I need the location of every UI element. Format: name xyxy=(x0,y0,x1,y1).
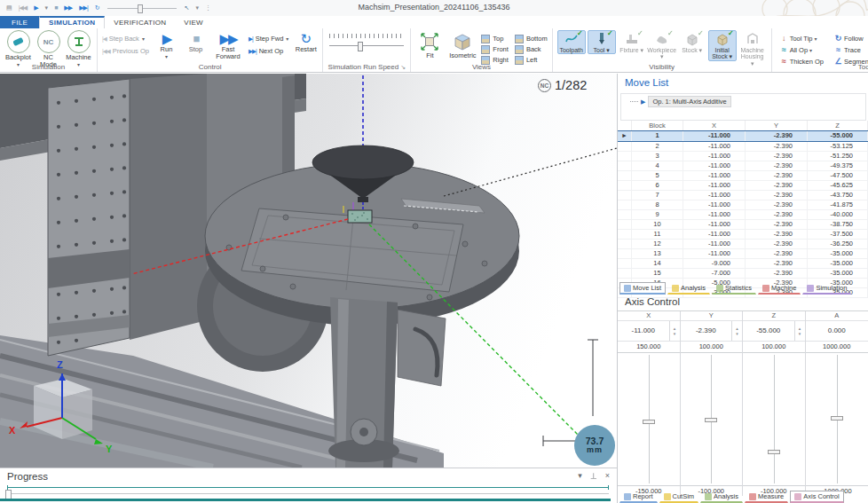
fit-button[interactable]: Fit xyxy=(415,30,444,59)
chevron-down-icon[interactable]: ▾ xyxy=(578,471,582,480)
tab-analysis[interactable]: Analysis xyxy=(700,491,743,503)
toolpath-button[interactable]: ✓Toolpath xyxy=(557,30,586,54)
table-row[interactable]: 4-11.000-2.390-49.375 xyxy=(618,161,868,171)
table-row[interactable]: 5-11.000-2.390-47.500 xyxy=(618,171,868,181)
table-row[interactable]: 11-11.000-2.390-37.500 xyxy=(618,230,868,240)
axis-value-cell[interactable]: -55.000▴▾ xyxy=(743,321,805,342)
table-row[interactable]: 3-11.000-2.390-51.250 xyxy=(618,152,868,161)
button-label: Backplot xyxy=(5,54,31,61)
z-cell: -35.000 xyxy=(808,259,868,268)
group-simulation: Backplot ▾ NC NC Mode ▾ Machine ▾ Simula… xyxy=(0,28,98,72)
initial-stock-button[interactable]: ✓Initial Stock ▾ xyxy=(708,30,737,61)
tab-axis-control[interactable]: Axis Control xyxy=(790,491,843,503)
x-cell: -11.000 xyxy=(683,152,746,161)
axis-value-cell[interactable]: 0.000 xyxy=(806,321,868,342)
row-marker xyxy=(618,161,632,170)
run-speed-slider[interactable] xyxy=(329,45,404,46)
axis-control-title: Axis Control xyxy=(625,296,680,307)
slider-handle[interactable] xyxy=(705,418,717,422)
table-row[interactable]: 6-11.000-2.390-45.625 xyxy=(618,181,868,191)
tab-machine[interactable]: Machine xyxy=(758,282,801,295)
axis-spinner[interactable]: ▴▾ xyxy=(731,321,742,341)
tool-tip-button[interactable]: ↓Tool Tip▾ xyxy=(777,33,827,43)
dialog-launcher-icon[interactable]: ↘ xyxy=(400,64,406,70)
tab-label: Analysis xyxy=(681,284,706,292)
tool-button[interactable]: ✓Tool ▾ xyxy=(588,30,616,54)
progress-slider-track[interactable] xyxy=(7,493,609,494)
view-top-button[interactable]: Top xyxy=(481,34,509,43)
x-cell: -11.000 xyxy=(683,171,746,180)
fixture-button[interactable]: ✓Fixture ▾ xyxy=(618,30,646,54)
step-back-button[interactable]: |◀ Step Back ▾ xyxy=(102,35,149,43)
table-row[interactable]: 2-11.000-2.390-53.125 xyxy=(618,142,868,152)
button-label: Bottom xyxy=(526,35,548,43)
operation-tree-item[interactable]: ▶ Op. 1: Multi-Axis Additive xyxy=(621,94,865,107)
axis-slider[interactable] xyxy=(806,353,868,485)
run-button[interactable]: ▶ Run ▾ xyxy=(154,30,178,59)
slider-handle[interactable] xyxy=(831,416,843,420)
axis-slider[interactable] xyxy=(743,353,805,485)
axis-max: 1000.000 xyxy=(806,342,868,353)
stop-button[interactable]: ■ Stop xyxy=(184,30,208,53)
button-label: Tool ▾ xyxy=(593,47,609,53)
fast-forward-button[interactable]: ▶▶ Fast Forward xyxy=(213,30,243,61)
table-row[interactable]: 8-11.000-2.390-41.875 xyxy=(618,200,868,210)
previous-op-icon: |◀◀ xyxy=(102,48,110,55)
axis-value-cell[interactable]: -2.390▴▾ xyxy=(681,321,743,342)
spin-down-icon[interactable]: ▾ xyxy=(732,331,742,336)
tab-statistics[interactable]: Statistics xyxy=(712,282,756,295)
table-row[interactable]: 12-11.000-2.390-36.250 xyxy=(618,240,868,249)
column-header-x[interactable]: X xyxy=(683,121,746,130)
column-header-y[interactable]: Y xyxy=(746,121,808,130)
slider-handle[interactable] xyxy=(768,450,780,454)
axis-header: Y xyxy=(681,311,743,321)
spin-down-icon[interactable]: ▾ xyxy=(795,331,805,336)
table-row[interactable]: ▸1-11.000-2.390-55.000 xyxy=(618,130,868,142)
spin-down-icon[interactable]: ▾ xyxy=(670,331,680,336)
machine-housing-button[interactable]: Machine Housing ▾ xyxy=(738,30,767,67)
workpiece-button[interactable]: ✓Workpiece ▾ xyxy=(648,30,676,61)
all-op-button[interactable]: ≈All Op▾ xyxy=(777,44,827,55)
axis-slider[interactable] xyxy=(681,353,743,485)
axis-spinner[interactable]: ▴▾ xyxy=(669,321,680,341)
column-header-z[interactable]: Z xyxy=(808,121,868,130)
tab-simulation[interactable]: SIMULATION xyxy=(39,16,105,28)
view-bottom-button[interactable]: Bottom xyxy=(515,34,548,43)
tab-report[interactable]: Report xyxy=(619,491,658,503)
column-header-block[interactable]: Block xyxy=(632,121,683,130)
slider-handle[interactable] xyxy=(643,420,655,424)
step-fwd-button[interactable]: ▶| Step Fwd ▾ xyxy=(249,35,288,43)
axis-spinner[interactable]: ▴▾ xyxy=(794,321,805,341)
view-front-button[interactable]: Front xyxy=(481,44,509,54)
previous-op-button[interactable]: |◀◀ Previous Op xyxy=(102,47,149,55)
tab-verification[interactable]: VERIFICATION xyxy=(105,16,175,28)
tab-analysis[interactable]: Analysis xyxy=(667,282,710,295)
table-row[interactable]: 7-11.000-2.390-43.750 xyxy=(618,191,868,200)
pin-icon[interactable]: ⊤ xyxy=(590,471,597,480)
table-row[interactable]: 15-7.000-2.390-35.000 xyxy=(618,269,868,279)
isometric-button[interactable]: Isometric xyxy=(448,30,477,59)
tab-cutsim[interactable]: CutSim xyxy=(659,491,699,503)
tab-move-list[interactable]: Move List xyxy=(619,282,666,295)
tab-file[interactable]: FILE xyxy=(0,16,39,28)
follow-button[interactable]: ↻Follow xyxy=(831,33,868,43)
close-icon[interactable]: × xyxy=(605,471,610,480)
next-op-button[interactable]: ▶▶| Next Op xyxy=(249,47,288,55)
table-row[interactable]: 14-9.000-2.390-35.000 xyxy=(618,259,868,269)
trace-button[interactable]: ≈Trace xyxy=(831,44,868,55)
slider-handle[interactable] xyxy=(358,42,363,51)
restart-button[interactable]: ↻ Restart xyxy=(294,30,318,53)
tab-simulation[interactable]: Simulation xyxy=(802,282,851,295)
viewport-3d[interactable]: X Y Z NC 1/282 73.7 mm xyxy=(0,74,617,468)
table-row[interactable]: 10-11.000-2.390-38.750 xyxy=(618,220,868,230)
axis-value-cell[interactable]: -11.000▴▾ xyxy=(618,321,680,342)
tab-measure[interactable]: Measure xyxy=(745,491,788,503)
stock-button[interactable]: ✓Stock ▾ xyxy=(678,30,706,54)
table-row[interactable]: 13-11.000-2.390-35.000 xyxy=(618,249,868,259)
axis-slider[interactable] xyxy=(618,353,680,485)
row-marker xyxy=(618,220,632,229)
view-back-button[interactable]: Back xyxy=(515,44,548,54)
table-row[interactable]: 9-11.000-2.390-40.000 xyxy=(618,210,868,220)
tab-view[interactable]: VIEW xyxy=(175,16,212,28)
window-title: Machsim_Presentation_20241106_135436 xyxy=(0,3,868,12)
